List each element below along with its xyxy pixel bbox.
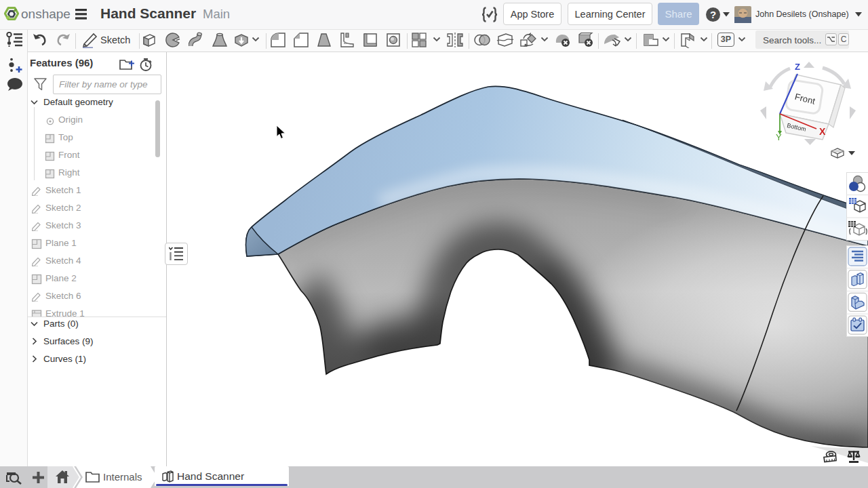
svg-text:Z: Z bbox=[795, 62, 800, 72]
svg-text:Y: Y bbox=[776, 132, 782, 142]
svg-text:X: X bbox=[819, 126, 826, 137]
